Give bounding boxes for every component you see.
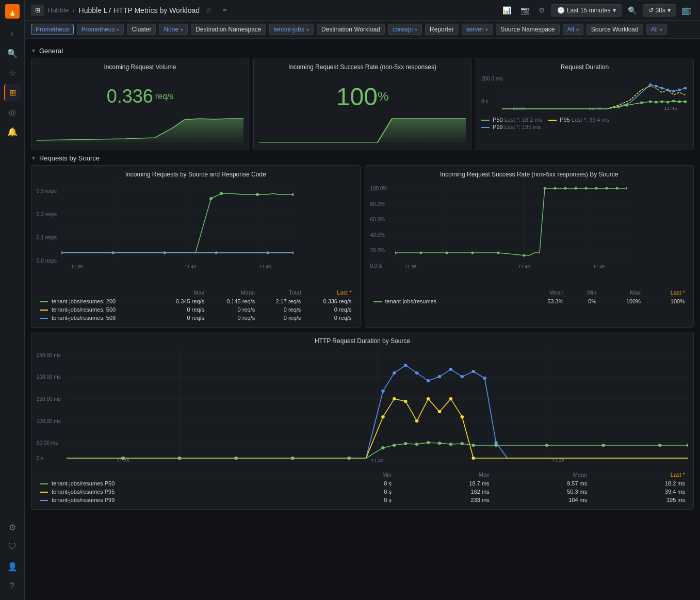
y-label-01: 0.1 req/s — [37, 235, 57, 240]
svg-point-121 — [393, 444, 396, 447]
svg-point-125 — [438, 442, 442, 445]
svg-point-108 — [471, 370, 475, 373]
success-sparkline — [259, 117, 466, 143]
star-button[interactable]: ☆ — [203, 4, 216, 17]
svg-point-70 — [605, 187, 608, 190]
svg-point-114 — [415, 419, 419, 423]
row-mean: 0 req/s — [207, 305, 258, 314]
svg-point-68 — [584, 187, 587, 190]
zoom-out-button[interactable]: 🔍 — [625, 4, 640, 17]
svg-point-43 — [215, 252, 218, 254]
topbar-actions: 📊 📷 ⚙ 🕐 Last 15 minutes ▾ 🔍 ↺ 30s ▾ 📺 — [499, 3, 694, 17]
app-switcher[interactable]: ⊞ — [31, 5, 44, 16]
filter-dest-wl-label: Destination Workload — [317, 24, 385, 35]
svg-point-104 — [427, 379, 430, 382]
svg-point-31 — [220, 192, 223, 195]
row-label: tenant-jobs/resumes P95 — [37, 488, 338, 496]
svg-text:11:35: 11:35 — [71, 264, 83, 269]
filter-cluster-val[interactable]: None ▾ — [159, 24, 188, 35]
requests-section-title: Requests by Source — [39, 154, 100, 162]
sidebar-search-icon[interactable]: 🔍 — [4, 45, 21, 61]
row-max: 18.7 ms — [395, 479, 493, 488]
svg-point-15 — [660, 87, 663, 90]
col-max: Max — [599, 288, 644, 297]
svg-point-64 — [543, 187, 546, 190]
filter-reporter-val[interactable]: server ▾ — [462, 24, 493, 35]
time-range-picker[interactable]: 🕐 Last 15 minutes ▾ — [551, 4, 622, 17]
row-total: 2.17 req/s — [258, 297, 304, 306]
filter-datasource[interactable]: Prometheus — [31, 24, 74, 35]
svg-point-4 — [626, 104, 629, 107]
svg-point-129 — [494, 444, 498, 447]
panel-incoming-volume: Incoming Request Volume 0.336 req/s — [31, 58, 249, 150]
requests-by-source-section-header[interactable]: ▼ Requests by Source — [31, 154, 694, 162]
success-number: 100 — [336, 83, 378, 111]
sidebar-help-icon[interactable]: ? — [4, 578, 21, 594]
row-max: 233 ms — [395, 496, 493, 504]
source-response-svg: 11:35 11:40 11:45 — [61, 183, 294, 271]
snapshot-button[interactable]: 📷 — [517, 4, 532, 17]
filter-src-wl-val[interactable]: All ▾ — [646, 24, 667, 35]
svg-point-33 — [292, 193, 294, 196]
svg-point-18 — [678, 89, 681, 91]
success-source-svg: 11:35 11:40 11:45 — [395, 183, 627, 271]
share-button[interactable]: ⚭ — [219, 4, 231, 17]
clock-icon: 🕐 — [557, 7, 565, 14]
svg-point-127 — [461, 442, 464, 445]
tv-mode-button[interactable]: 📺 — [679, 3, 694, 17]
http-duration-chart: 250.00 ms 200.00 ms 150.00 ms 100.00 ms … — [37, 350, 688, 468]
y-label-03: 0.3 req/s — [37, 188, 57, 194]
table-row: tenant-jobs/resumes: 503 0 req/s 0 req/s… — [37, 314, 355, 322]
row-mean: 9.57 ms — [493, 479, 591, 488]
breadcrumb-home[interactable]: Hubble — [47, 6, 69, 14]
y-label-00: 0.0 req/s — [37, 258, 57, 264]
p95-label: P95 — [560, 117, 570, 123]
row-label: tenant-jobs/resumes: 200 — [37, 297, 157, 306]
svg-point-106 — [449, 368, 453, 371]
sidebar-alerts-icon[interactable]: 🔔 — [4, 123, 21, 140]
panel-success-value: 100 % — [259, 76, 466, 117]
svg-point-19 — [684, 87, 687, 90]
col-max: Max — [395, 471, 493, 479]
sidebar-settings-icon[interactable]: ⚙ — [4, 519, 21, 536]
sidebar-starred-icon[interactable]: ☆ — [4, 64, 21, 81]
row-min: 0 s — [338, 488, 395, 496]
svg-point-6 — [649, 101, 652, 103]
filter-src-ns-val[interactable]: All ▾ — [563, 24, 583, 35]
filter-dest-wl-val[interactable]: coreapi ▾ — [388, 24, 422, 35]
app-logo[interactable]: 🔥 — [5, 4, 20, 19]
vol-sparkline — [37, 117, 243, 143]
svg-point-128 — [471, 444, 475, 447]
page-title: Hubble L7 HTTP Metrics by Workload — [79, 6, 200, 14]
refresh-rate-label: 30s — [656, 7, 665, 14]
general-section-header[interactable]: ▼ General — [31, 47, 694, 55]
svg-point-16 — [666, 89, 670, 91]
filter-reporter-label: Reporter — [425, 24, 459, 35]
svg-point-42 — [164, 252, 166, 254]
sidebar-dashboards-icon[interactable]: ⊞ — [4, 84, 21, 101]
duration-legend: P50 Last *: 18.2 ms P95 Last *: 39.4 ms — [481, 117, 688, 123]
breadcrumb-separator: / — [73, 7, 74, 14]
add-panel-button[interactable]: 📊 — [499, 4, 514, 17]
svg-point-123 — [415, 443, 419, 446]
filter-dest-ns-val[interactable]: tenant-jobs ▾ — [269, 24, 314, 35]
refresh-controls[interactable]: ↺ 30s ▾ — [643, 4, 676, 17]
row-max: 0.345 req/s — [157, 297, 207, 306]
p99-last: Last *: 195 ms — [504, 124, 541, 130]
http-duration-legend-table: Min Max Mean Last * tenant-jobs/resumes … — [37, 471, 688, 504]
sidebar-shield-icon[interactable]: 🛡 — [4, 539, 21, 555]
table-row: tenant-jobs/resumes P99 0 s 233 ms 104 m… — [37, 496, 688, 504]
panel-success-title: Incoming Request Success Rate (non-5xx r… — [259, 63, 466, 71]
row-min: 0 s — [338, 496, 395, 504]
filter-prometheus-ds[interactable]: Prometheus ▾ — [77, 24, 124, 35]
row-last: 39.4 ms — [590, 488, 688, 496]
panel-vol-value: 0.336 req/s — [37, 76, 243, 117]
svg-text:11:45: 11:45 — [593, 264, 605, 269]
dashboard-settings-button[interactable]: ⚙ — [535, 4, 548, 17]
sidebar-explore-icon[interactable]: ◎ — [4, 104, 21, 120]
row-last: 195 ms — [590, 496, 688, 504]
sidebar-collapse-icon[interactable]: › — [4, 25, 21, 42]
success-source-legend-table: Mean Min Max Last * tenant-jobs/resumes — [370, 288, 689, 305]
sidebar-avatar[interactable]: 👤 — [4, 558, 21, 575]
success-by-source-title: Incoming Request Success Rate (non-5xx r… — [370, 171, 689, 178]
